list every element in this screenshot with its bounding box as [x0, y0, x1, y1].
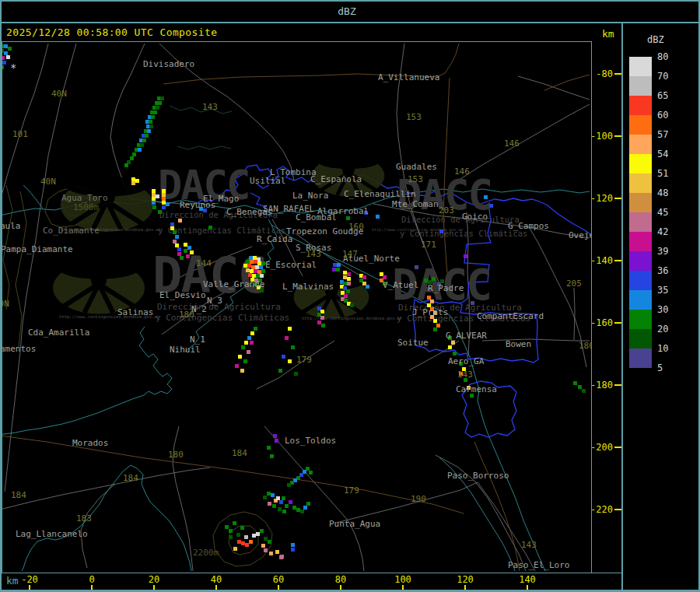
radar-echo-cell — [350, 303, 354, 307]
legend-swatch — [629, 232, 652, 251]
radar-echo-cell — [261, 544, 265, 548]
right-axis-tick — [614, 322, 621, 324]
place-name-label: R_Caida — [257, 235, 292, 243]
radar-echo-cell — [269, 552, 273, 555]
road-number-label: 146 — [454, 167, 470, 176]
legend-value: 35 — [657, 285, 668, 295]
right-axis-tick-label: -160 — [585, 318, 613, 328]
radar-echo-cell — [149, 120, 152, 124]
bottom-axis-tick-label: 80 — [335, 575, 346, 584]
legend-swatch — [629, 154, 652, 173]
bottom-axis-tick-label: 40 — [211, 575, 222, 584]
radar-echo-cell — [250, 331, 254, 335]
radar-echo-cell — [347, 282, 351, 285]
radar-echo-cell — [153, 110, 157, 114]
place-name-label: Guadales — [396, 163, 437, 171]
legend-value: 65 — [657, 91, 668, 100]
road-number-label: 40N — [2, 300, 9, 308]
radar-echo-cell — [321, 324, 325, 328]
legend-swatch — [629, 173, 652, 193]
radar-echo-cell — [294, 372, 298, 376]
place-name-label: V_Atuel — [383, 281, 418, 289]
legend-swatch — [629, 271, 652, 290]
place-name-label: amentos — [2, 345, 36, 353]
radar-echo-cell — [244, 535, 248, 539]
radar-echo-cell — [270, 454, 274, 458]
radar-echo-cell — [233, 547, 237, 551]
radar-app-window: { "window": { "title": "dBZ", "timestamp… — [0, 0, 700, 592]
radar-echo-cell — [247, 336, 251, 340]
legend-value: 80 — [657, 52, 668, 61]
legend-swatch — [629, 310, 652, 329]
place-name-label: R_Padre — [428, 284, 464, 292]
radar-echo-cell — [180, 256, 184, 260]
map-line-river — [23, 185, 43, 208]
place-name-label: Paso_Borroso — [447, 471, 509, 480]
radar-echo-cell — [272, 504, 276, 508]
road-number-label: 180 — [579, 342, 592, 350]
radar-echo-cell — [158, 210, 162, 214]
radar-echo-cell — [2, 65, 4, 69]
radar-echo-cell — [291, 548, 295, 552]
radar-echo-cell — [279, 500, 283, 504]
radar-echo-cell — [240, 526, 244, 530]
radar-echo-cell — [184, 249, 187, 253]
road-number-label: 40N — [40, 177, 56, 186]
road-number-label: 101 — [12, 130, 28, 138]
place-name-label: A_Villanueva — [378, 73, 439, 82]
place-name-label: Bowen — [506, 340, 531, 349]
right-axis-tick-label: -180 — [585, 380, 613, 390]
right-axis-tick — [614, 447, 621, 448]
road-number-label: 160 — [348, 222, 364, 231]
place-name-label: Goico — [462, 212, 488, 221]
bottom-axis-tick — [527, 585, 528, 590]
radar-echo-cell — [208, 226, 212, 229]
legend-swatch — [629, 329, 652, 349]
legend-swatch — [629, 57, 652, 76]
radar-echo-cell — [236, 533, 240, 537]
legend-swatch — [629, 193, 652, 212]
place-name-label: C_Española — [310, 175, 362, 184]
road-number-label: 184 — [232, 449, 247, 457]
bottom-axis-tick — [215, 585, 217, 590]
frame-top — [0, 0, 700, 2]
right-axis-unit: km — [602, 28, 614, 40]
legend-swatch — [629, 212, 652, 232]
place-name-label: G_ALVEAR — [446, 331, 487, 340]
radar-echo-cell — [289, 500, 292, 504]
map-line-road — [2, 468, 210, 510]
legend-title: dBZ — [647, 34, 664, 45]
map-line-river — [2, 395, 144, 435]
legend-swatch — [629, 290, 652, 310]
legend-value: 5 — [657, 363, 663, 373]
road-number-label: 179 — [344, 486, 359, 495]
right-axis-tick-label: -220 — [585, 505, 613, 514]
radar-echo-cell — [573, 381, 577, 385]
radar-echo-cell — [453, 352, 457, 356]
radar-echo-cell — [268, 540, 271, 544]
radar-echo-cell — [376, 215, 380, 219]
radar-echo-cell — [142, 138, 146, 142]
map-line-road — [173, 426, 193, 571]
place-name-label: La_Nora — [292, 191, 328, 200]
radar-echo-cell — [162, 205, 166, 209]
radar-echo-cell — [250, 341, 254, 345]
radar-map[interactable]: DACChttp://www.contingencias.mendoza.gov… — [2, 41, 592, 573]
radar-echo-cell — [267, 446, 271, 450]
right-axis-tick-label: -120 — [585, 194, 613, 203]
radar-echo-cell — [285, 336, 289, 340]
map-line-river — [131, 465, 191, 571]
legend-swatch — [629, 251, 652, 271]
radar-echo-cell — [309, 471, 313, 475]
radar-echo-cell — [6, 55, 10, 59]
radar-echo-cell — [2, 61, 6, 65]
radar-echo-cell — [273, 434, 277, 438]
map-line-river — [139, 327, 172, 395]
legend-swatch — [629, 76, 652, 96]
place-name-label: Usilial — [250, 177, 285, 185]
map-line-road — [257, 341, 334, 389]
radar-echo-cell — [263, 496, 267, 499]
map-line-track — [544, 75, 590, 90]
legend-value: 51 — [657, 169, 668, 178]
legend-swatch — [629, 96, 652, 115]
